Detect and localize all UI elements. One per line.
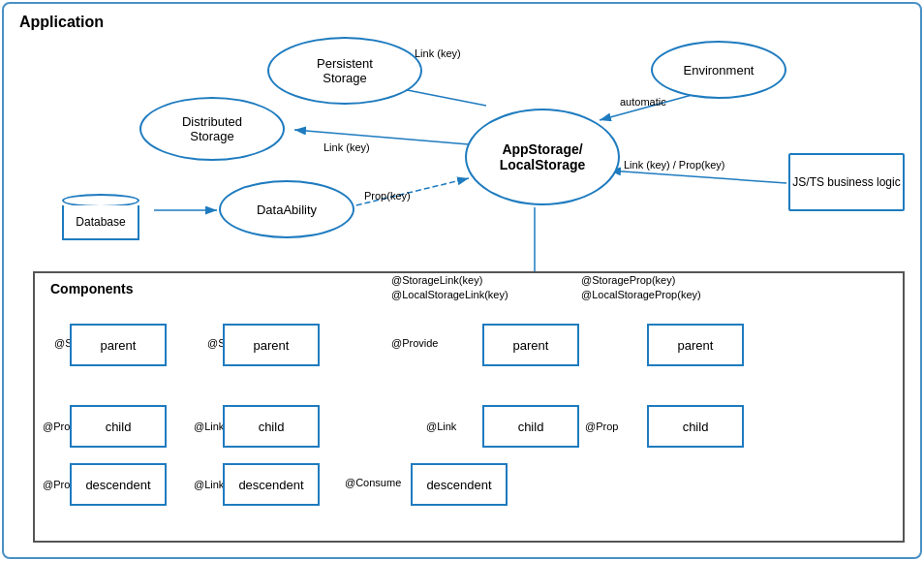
g3-provide-annot: @Provide xyxy=(391,337,438,349)
link-key-label-1: Link (key) xyxy=(415,47,461,59)
app-title: Application xyxy=(19,14,104,31)
prop-key-label: Prop(key) xyxy=(364,190,411,202)
storage-prop-annot: @StorageProp(key) @LocalStorageProp(key) xyxy=(581,273,701,303)
svg-line-3 xyxy=(294,130,469,144)
link-key-prop-label: Link (key) / Prop(key) xyxy=(624,159,725,171)
g3-descendent-box: descendent xyxy=(411,463,508,506)
g2-parent-box: parent xyxy=(223,324,320,366)
g3-parent-box: parent xyxy=(482,324,579,366)
cylinder-body: Database xyxy=(62,205,139,240)
link-key-label-2: Link (key) xyxy=(323,141,370,153)
appstorage-ellipse: AppStorage/ LocalStorage xyxy=(465,109,620,205)
g2-link-annot1: @Link xyxy=(194,421,224,432)
g2-link-annot2: @Link xyxy=(194,479,224,490)
g4-prop-annot: @Prop xyxy=(585,421,618,432)
svg-line-5 xyxy=(609,171,786,183)
database-cylinder: Database xyxy=(62,194,139,240)
automatic-label: automatic xyxy=(620,96,666,108)
distributed-storage-ellipse: Distributed Storage xyxy=(139,97,285,161)
storage-link-annot: @StorageLink(key) @LocalStorageLink(key) xyxy=(391,273,508,303)
diagram-container: Application xyxy=(2,2,922,559)
g1-descendent-box: descendent xyxy=(70,463,167,506)
g3-child-box: child xyxy=(482,405,579,448)
g3-link-annot: @Link xyxy=(426,421,456,432)
components-label: Components xyxy=(50,281,134,296)
dataability-ellipse: DataAbility xyxy=(219,180,354,238)
g1-child-box: child xyxy=(70,405,167,448)
g2-consume-annot: @Consume xyxy=(345,477,401,488)
g2-descendent-box: descendent xyxy=(223,463,320,506)
g4-child-box: child xyxy=(647,405,744,448)
g1-parent-box: parent xyxy=(70,324,167,366)
g4-parent-box: parent xyxy=(647,324,744,366)
g2-child-box: child xyxy=(223,405,320,448)
persistent-storage-ellipse: Persistent Storage xyxy=(267,37,422,105)
environment-ellipse: Environment xyxy=(651,41,786,99)
jsts-shape: JS/TS business logic xyxy=(788,153,905,211)
